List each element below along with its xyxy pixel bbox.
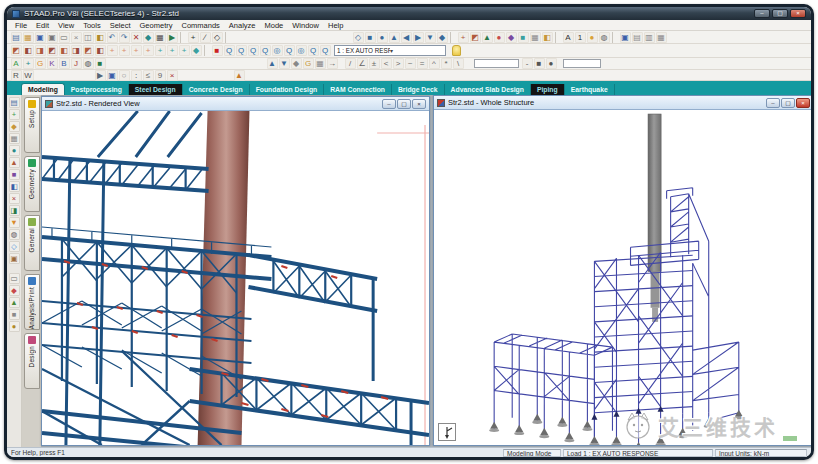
menu-help[interactable]: Help xyxy=(324,21,347,30)
print-icon[interactable]: ▭ xyxy=(59,32,70,43)
menu-view[interactable]: View xyxy=(54,21,78,30)
menu-geometry[interactable]: Geometry xyxy=(136,21,177,30)
direction-icon[interactable]: → xyxy=(327,58,338,69)
peak-icon[interactable]: ^ xyxy=(429,58,440,69)
workflow-tab-earthquake[interactable]: Earthquake xyxy=(565,84,615,95)
rendered-view-close-button[interactable]: × xyxy=(412,99,426,109)
render-icon[interactable]: ◍ xyxy=(83,58,94,69)
warning-icon[interactable]: ▲ xyxy=(234,70,245,81)
measure-icon[interactable]: / xyxy=(345,58,356,69)
run-analysis-icon[interactable]: ▶ xyxy=(167,32,178,43)
solid-box-icon[interactable]: ■ xyxy=(534,58,545,69)
wave-icon[interactable]: ~ xyxy=(405,58,416,69)
grid-frame-icon[interactable]: ◨ xyxy=(71,45,82,56)
stop-icon[interactable]: ■ xyxy=(212,45,223,56)
menu-file[interactable]: File xyxy=(11,21,31,30)
structure-wizard-icon[interactable]: ◩ xyxy=(11,45,22,56)
angle-icon[interactable]: ∠ xyxy=(357,58,368,69)
reload-icon[interactable]: R xyxy=(11,70,22,81)
open-view-icon[interactable]: ○ xyxy=(119,70,130,81)
zoom-previous-icon[interactable]: Q xyxy=(284,45,295,56)
tolerance-icon[interactable]: ± xyxy=(369,58,380,69)
add-plate-tool-icon[interactable]: + xyxy=(155,45,166,56)
plate-cursor-icon[interactable]: ◇ xyxy=(212,32,223,43)
add-solid-icon[interactable]: ▲ xyxy=(482,32,493,43)
grid-icon[interactable]: ▦ xyxy=(155,32,166,43)
star-filter-icon[interactable]: * xyxy=(441,58,452,69)
refresh-view-icon[interactable]: Q xyxy=(320,45,331,56)
paste-icon[interactable]: ◧ xyxy=(95,32,106,43)
view-side-icon[interactable]: ● xyxy=(377,32,388,43)
view-iso-icon[interactable]: ▲ xyxy=(389,32,400,43)
analysis-icon[interactable]: A xyxy=(11,58,22,69)
menu-tools[interactable]: Tools xyxy=(79,21,105,30)
rendered-view-minimize-button[interactable]: – xyxy=(382,99,396,109)
workflow-tab-steel-design[interactable]: Steel Design xyxy=(129,84,183,95)
query-icon[interactable]: ◍ xyxy=(599,32,610,43)
close-button[interactable]: × xyxy=(790,9,806,18)
toolbar-input[interactable] xyxy=(474,59,519,68)
offset-tool-icon[interactable]: ◨ xyxy=(9,205,20,216)
snap-node-icon[interactable]: ◆ xyxy=(191,45,202,56)
workspace-icon[interactable]: W xyxy=(23,70,34,81)
release-tool-icon[interactable]: × xyxy=(9,193,20,204)
material-tool-icon[interactable]: ◍ xyxy=(9,229,20,240)
page-tab-geometry[interactable]: Geometry xyxy=(24,156,40,212)
list-icon[interactable]: ▦ xyxy=(315,58,326,69)
dimension-tool-icon[interactable]: ▣ xyxy=(9,253,20,264)
whole-structure-maximize-button[interactable]: ▢ xyxy=(781,98,795,108)
plate-model-icon[interactable]: ◧ xyxy=(95,45,106,56)
open-file-icon[interactable]: ▦ xyxy=(23,32,34,43)
snap-icon[interactable]: ◆ xyxy=(143,32,154,43)
dynamic-zoom-icon[interactable]: ◎ xyxy=(296,45,307,56)
joint-tool-icon[interactable]: J xyxy=(71,58,82,69)
rendered-view-maximize-button[interactable]: ▢ xyxy=(397,99,411,109)
add-surface-tool-icon[interactable]: + xyxy=(167,45,178,56)
whole-structure-canvas[interactable] xyxy=(434,110,811,445)
limit-icon[interactable]: ≤ xyxy=(143,70,154,81)
equal-filter-icon[interactable]: = xyxy=(417,58,428,69)
section-icon[interactable]: ◧ xyxy=(542,32,553,43)
constants-icon[interactable]: K xyxy=(47,58,58,69)
workflow-tab-modeling[interactable]: Modeling xyxy=(21,83,65,95)
label-beams-icon[interactable]: 1 xyxy=(575,32,586,43)
zoom-window-icon[interactable]: Q xyxy=(248,45,259,56)
delete-icon[interactable]: ✕ xyxy=(131,32,142,43)
layout-1-icon[interactable]: ▤ xyxy=(632,32,643,43)
beams-cursor-icon[interactable]: + xyxy=(9,109,20,120)
add-column-tool-icon[interactable]: + xyxy=(119,45,130,56)
whole-structure-title-bar[interactable]: Str2.std - Whole Structure – ▢ × xyxy=(434,96,811,110)
page-tab-analysis-print[interactable]: Analysis/Print xyxy=(24,274,40,330)
bay-frame-icon[interactable]: ◧ xyxy=(59,45,70,56)
label-nodes-icon[interactable]: A xyxy=(563,32,574,43)
menu-mode[interactable]: Mode xyxy=(261,21,288,30)
minimize-button[interactable]: – xyxy=(754,9,770,18)
workflow-tab-bridge-deck[interactable]: Bridge Deck xyxy=(392,84,445,95)
layout-2-icon[interactable]: ▥ xyxy=(644,32,655,43)
cut-icon[interactable]: × xyxy=(71,32,82,43)
view-front-icon[interactable]: ■ xyxy=(365,32,376,43)
post-processing-icon[interactable]: + xyxy=(23,58,34,69)
menu-commands[interactable]: Commands xyxy=(177,21,223,30)
isometric-tool-icon[interactable]: ▲ xyxy=(9,297,20,308)
add-plate-icon[interactable]: ◩ xyxy=(470,32,481,43)
connect-beams-icon[interactable]: + xyxy=(143,45,154,56)
frame-model-icon[interactable]: ◧ xyxy=(23,45,34,56)
clip-tool-icon[interactable]: ◆ xyxy=(9,285,20,296)
page-tab-setup[interactable]: Setup xyxy=(24,97,40,153)
dot-icon[interactable]: ● xyxy=(546,58,557,69)
beam-cursor-icon[interactable]: ∕ xyxy=(200,32,211,43)
menu-select[interactable]: Select xyxy=(106,21,135,30)
redo-icon[interactable]: ↷ xyxy=(119,32,130,43)
add-beam-icon[interactable]: + xyxy=(458,32,469,43)
rendered-view-title-bar[interactable]: Str2.std - Rendered View – ▢ × xyxy=(42,97,429,111)
move-up-icon[interactable]: ▲ xyxy=(267,58,278,69)
mesh-icon[interactable]: ▦ xyxy=(530,32,541,43)
workflow-tab-piping[interactable]: Piping xyxy=(531,84,565,95)
workflow-tab-advanced-slab-design[interactable]: Advanced Slab Design xyxy=(445,84,531,95)
solids-cursor-icon[interactable]: ▦ xyxy=(9,133,20,144)
workflow-tab-concrete-design[interactable]: Concrete Design xyxy=(183,84,250,95)
page-tab-general[interactable]: General xyxy=(24,215,40,271)
nodes-cursor-icon[interactable]: ▤ xyxy=(9,97,20,108)
less-filter-icon[interactable]: < xyxy=(381,58,392,69)
